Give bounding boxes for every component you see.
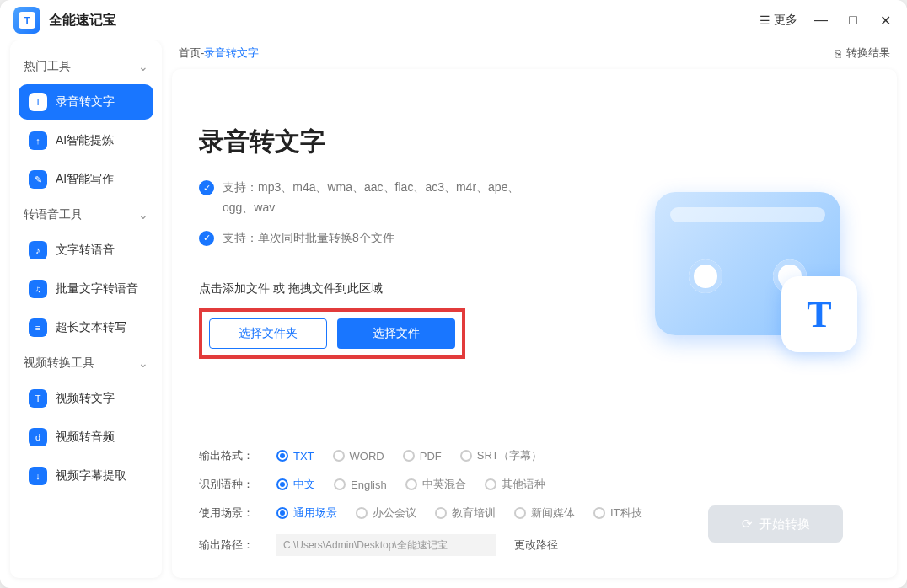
sidebar-item-label: 视频字幕提取	[56, 468, 126, 484]
radio-icon	[593, 507, 605, 519]
radio-label: SRT（字幕）	[477, 448, 543, 463]
result-label: 转换结果	[846, 45, 890, 61]
file-button-group: 选择文件夹 选择文件	[199, 308, 465, 359]
sidebar-item[interactable]: ♫批量文字转语音	[19, 271, 153, 307]
nav-icon: ≡	[29, 318, 47, 337]
radio-label: IT科技	[610, 505, 642, 521]
breadcrumb: 首页-录音转文字	[179, 45, 259, 61]
output-format-option[interactable]: SRT（字幕）	[460, 448, 543, 463]
more-label: 更多	[774, 13, 797, 28]
check-icon: ✓	[199, 231, 214, 246]
output-format-option[interactable]: WORD	[333, 450, 384, 462]
support-batch: 支持：单次同时批量转换8个文件	[223, 228, 394, 249]
page-title: 录音转文字	[199, 125, 600, 159]
output-path-input[interactable]	[276, 534, 496, 556]
language-option[interactable]: 中英混合	[405, 477, 466, 492]
radio-icon	[405, 478, 417, 490]
radio-icon	[435, 507, 447, 519]
more-button[interactable]: ☰ 更多	[759, 13, 797, 28]
radio-icon	[356, 507, 368, 519]
radio-label: TXT	[293, 450, 314, 462]
scene-option[interactable]: 办公会议	[356, 505, 416, 521]
sidebar: 热门工具⌄T录音转文字↑AI智能提炼✎AI智能写作转语音工具⌄♪文字转语音♫批量…	[10, 40, 162, 578]
select-file-button[interactable]: 选择文件	[337, 318, 455, 349]
chevron-down-icon: ⌄	[138, 60, 148, 73]
scene-option[interactable]: IT科技	[593, 505, 642, 521]
close-button[interactable]: ✕	[877, 12, 894, 29]
chevron-down-icon: ⌄	[138, 356, 148, 370]
sidebar-item-label: 超长文本转写	[56, 320, 126, 335]
radio-label: 其他语种	[502, 477, 545, 492]
radio-icon	[403, 450, 415, 462]
app-title: 全能速记宝	[49, 12, 116, 29]
result-icon: ⎘	[835, 47, 841, 60]
radio-label: English	[351, 478, 387, 491]
breadcrumb-home[interactable]: 首页	[179, 46, 201, 59]
nav-icon: ↓	[29, 467, 47, 485]
nav-icon: ♪	[29, 241, 47, 259]
radio-label: PDF	[420, 450, 442, 462]
scene-option[interactable]: 通用场景	[276, 505, 337, 521]
support-formats: 支持：mp3、m4a、wma、aac、flac、ac3、m4r、ape、ogg、…	[223, 178, 543, 218]
radio-icon	[276, 478, 288, 490]
output-format-row: 输出格式：TXTWORDPDFSRT（字幕）	[199, 441, 870, 470]
scene-option[interactable]: 教育培训	[435, 505, 496, 521]
option-label: 输出路径：	[199, 537, 258, 553]
sidebar-item[interactable]: T视频转文字	[19, 381, 153, 416]
sidebar-item[interactable]: ≡超长文本转写	[19, 310, 153, 345]
nav-icon: ✎	[29, 170, 47, 189]
chevron-down-icon: ⌄	[138, 208, 148, 222]
sidebar-item-label: 视频转文字	[56, 391, 115, 406]
maximize-button[interactable]: □	[845, 12, 861, 29]
sidebar-item-label: 录音转文字	[56, 94, 115, 110]
option-label: 输出格式：	[199, 448, 258, 463]
radio-icon	[333, 450, 345, 462]
scene-option[interactable]: 新闻媒体	[514, 505, 575, 521]
language-option[interactable]: 中文	[276, 477, 315, 492]
output-format-option[interactable]: PDF	[403, 450, 442, 462]
nav-icon: ♫	[29, 280, 47, 298]
radio-label: 中英混合	[422, 477, 466, 492]
minimize-button[interactable]: —	[813, 12, 829, 29]
language-option[interactable]: 其他语种	[485, 477, 545, 492]
sidebar-item-label: AI智能提炼	[56, 133, 114, 148]
sidebar-section-header[interactable]: 转语音工具⌄	[19, 200, 153, 229]
output-format-option[interactable]: TXT	[276, 450, 314, 462]
radio-label: 新闻媒体	[531, 505, 575, 521]
nav-icon: T	[29, 389, 47, 408]
change-path-link[interactable]: 更改路径	[514, 537, 558, 553]
sidebar-item[interactable]: ♪文字转语音	[19, 233, 153, 268]
result-link[interactable]: ⎘ 转换结果	[835, 45, 890, 61]
start-convert-button[interactable]: ⟳ 开始转换	[708, 505, 843, 543]
nav-icon: T	[29, 93, 47, 111]
menu-icon: ☰	[759, 13, 770, 27]
radio-label: 办公会议	[373, 505, 416, 521]
sidebar-item[interactable]: ↑AI智能提炼	[19, 123, 153, 158]
nav-icon: d	[29, 428, 47, 446]
hero-illustration: T	[625, 91, 870, 436]
select-folder-button[interactable]: 选择文件夹	[209, 318, 327, 349]
sidebar-item-label: AI智能写作	[56, 172, 114, 187]
sidebar-item-label: 批量文字转语音	[56, 281, 138, 297]
sidebar-section-header[interactable]: 视频转换工具⌄	[19, 349, 153, 377]
radio-label: 通用场景	[293, 505, 337, 521]
option-label: 识别语种：	[199, 477, 258, 492]
radio-label: WORD	[350, 450, 384, 462]
sidebar-item-label: 文字转语音	[56, 243, 115, 258]
sidebar-item[interactable]: d视频转音频	[19, 420, 153, 455]
radio-icon	[334, 478, 346, 490]
radio-icon	[460, 450, 472, 462]
sidebar-item[interactable]: ✎AI智能写作	[19, 162, 153, 197]
sidebar-section-header[interactable]: 热门工具⌄	[19, 52, 153, 81]
radio-icon	[514, 507, 526, 519]
breadcrumb-current: 录音转文字	[204, 46, 259, 59]
app-logo: T	[13, 7, 40, 34]
titlebar: T 全能速记宝 ☰ 更多 — □ ✕	[0, 0, 907, 40]
option-label: 使用场景：	[199, 505, 258, 521]
nav-icon: ↑	[29, 131, 47, 150]
sidebar-item[interactable]: T录音转文字	[19, 84, 153, 120]
radio-icon	[276, 450, 288, 462]
sidebar-item[interactable]: ↓视频字幕提取	[19, 458, 153, 494]
language-option[interactable]: English	[334, 478, 387, 491]
radio-label: 教育培训	[452, 505, 496, 521]
